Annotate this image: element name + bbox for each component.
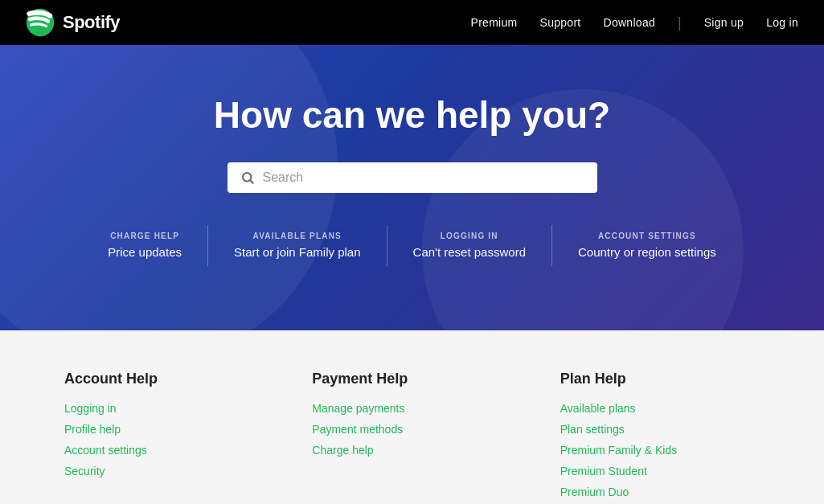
help-link-account-help-1[interactable]: Profile help xyxy=(64,423,264,436)
svg-line-2 xyxy=(250,180,252,182)
navbar-links: Premium Support Download | Sign up Log i… xyxy=(471,14,798,31)
help-section-plan-help: Plan HelpAvailable plansPlan settingsPre… xyxy=(560,371,760,498)
nav-signup[interactable]: Sign up xyxy=(704,16,744,29)
quick-links: CHARGE HELP Price updates AVAILABLE PLAN… xyxy=(16,225,808,266)
help-links-payment-help: Manage paymentsPayment methodsCharge hel… xyxy=(312,402,511,457)
help-section-account-help: Account HelpLogging inProfile helpAccoun… xyxy=(64,371,264,498)
search-box xyxy=(228,162,597,193)
help-link-account-help-3[interactable]: Security xyxy=(64,465,264,477)
help-section-title-account-help: Account Help xyxy=(64,371,264,387)
help-link-account-help-2[interactable]: Account settings xyxy=(64,444,264,457)
search-container xyxy=(228,162,597,193)
quick-link-title-0[interactable]: Price updates xyxy=(108,245,182,259)
search-icon xyxy=(240,170,255,185)
navbar: Spotify Premium Support Download | Sign … xyxy=(0,0,824,45)
main-content: Account HelpLogging inProfile helpAccoun… xyxy=(0,330,824,504)
quick-link-logging-in: LOGGING IN Can't reset password xyxy=(387,225,552,266)
nav-download[interactable]: Download xyxy=(604,16,656,29)
hero-title: How can we help you? xyxy=(16,93,808,137)
spotify-wordmark: Spotify xyxy=(63,12,120,33)
help-section-payment-help: Payment HelpManage paymentsPayment metho… xyxy=(312,371,511,498)
quick-link-charge-help: CHARGE HELP Price updates xyxy=(82,225,208,266)
quick-link-category-3: ACCOUNT SETTINGS xyxy=(578,232,716,240)
help-links-plan-help: Available plansPlan settingsPremium Fami… xyxy=(560,402,760,498)
quick-link-category-0: CHARGE HELP xyxy=(108,232,182,240)
help-section-title-plan-help: Plan Help xyxy=(560,371,760,387)
quick-link-title-1[interactable]: Start or join Family plan xyxy=(234,245,361,259)
quick-link-category-2: LOGGING IN xyxy=(413,232,526,240)
quick-link-title-2[interactable]: Can't reset password xyxy=(413,245,526,259)
help-section-title-payment-help: Payment Help xyxy=(312,371,511,387)
quick-link-account-settings: ACCOUNT SETTINGS Country or region setti… xyxy=(552,225,742,266)
search-input[interactable] xyxy=(263,170,584,185)
help-link-payment-help-2[interactable]: Charge help xyxy=(312,444,511,457)
help-link-payment-help-1[interactable]: Payment methods xyxy=(312,423,511,436)
nav-premium[interactable]: Premium xyxy=(471,16,518,29)
help-link-plan-help-2[interactable]: Premium Family & Kids xyxy=(560,444,760,457)
nav-login[interactable]: Log in xyxy=(766,16,798,29)
help-link-account-help-0[interactable]: Logging in xyxy=(64,402,264,415)
help-link-plan-help-1[interactable]: Plan settings xyxy=(560,423,760,436)
help-link-plan-help-4[interactable]: Premium Duo xyxy=(560,486,760,498)
quick-link-title-3[interactable]: Country or region settings xyxy=(578,245,716,259)
help-link-plan-help-3[interactable]: Premium Student xyxy=(560,465,760,477)
navbar-divider: | xyxy=(678,14,682,31)
hero-section: How can we help you? CHARGE HELP Price u… xyxy=(0,45,824,330)
quick-link-category-1: AVAILABLE PLANS xyxy=(234,232,361,240)
help-link-plan-help-0[interactable]: Available plans xyxy=(560,402,760,415)
spotify-logo-icon xyxy=(26,8,55,37)
help-links-account-help: Logging inProfile helpAccount settingsSe… xyxy=(64,402,264,477)
help-grid: Account HelpLogging inProfile helpAccoun… xyxy=(64,371,760,504)
nav-support[interactable]: Support xyxy=(540,16,581,29)
logo[interactable]: Spotify xyxy=(26,8,120,37)
quick-link-available-plans: AVAILABLE PLANS Start or join Family pla… xyxy=(208,225,387,266)
help-link-payment-help-0[interactable]: Manage payments xyxy=(312,402,511,415)
